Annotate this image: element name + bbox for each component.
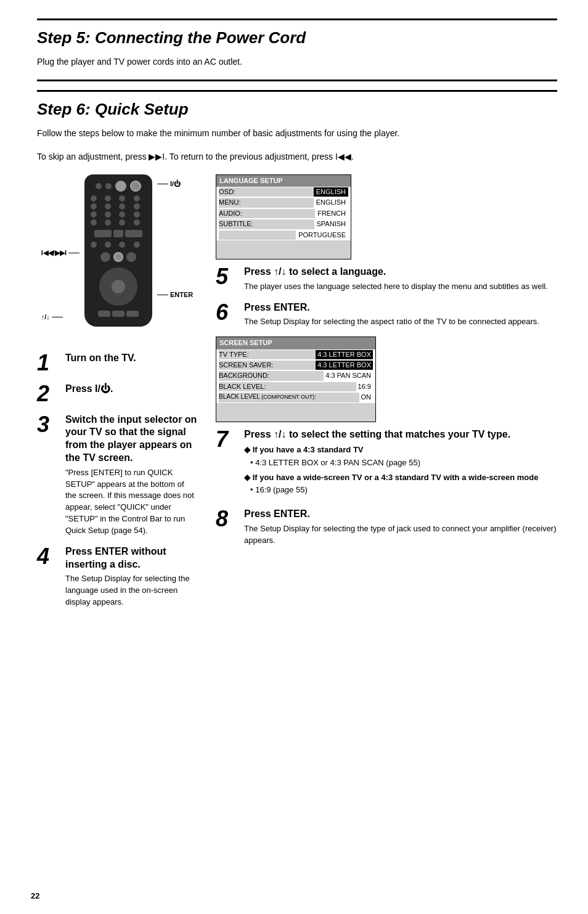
step7-content: Press ↑/↓ to select the setting that mat… <box>244 428 557 500</box>
screen-row-tvtype: TV TYPE: 4:3 LETTER BOX <box>216 349 375 360</box>
screen-row-blacklevel: BLACK LEVEL: 16:9 <box>216 382 375 392</box>
lang-row-portuguese: PORTUGUESE <box>216 230 351 240</box>
lang-table-header: LANGUAGE SETUP <box>216 175 351 187</box>
step6-title: Step 6: Quick Setup <box>37 90 557 120</box>
step6-desc1: Follow the steps below to make the minim… <box>37 128 557 140</box>
remote-btn-2 <box>105 183 112 189</box>
remote-right-labels: I/⏻ ENTER <box>157 174 193 341</box>
step6-section: Step 6: Quick Setup Follow the steps bel… <box>37 90 557 163</box>
step7-bullet2: If you have a wide-screen TV or a 4:3 st… <box>244 472 557 496</box>
remote-bottom-row <box>98 311 139 317</box>
osd-label: OSD: <box>219 187 314 197</box>
remote-left-labels: I◀◀/▶▶I ↑/↓ <box>41 174 80 341</box>
screen-setup-table: SCREEN SETUP TV TYPE: 4:3 LETTER BOX SCR… <box>216 337 376 422</box>
step3-num: 3 <box>37 414 59 537</box>
page-number: 22 <box>31 891 39 902</box>
nav-label: ↑/↓ <box>41 312 80 322</box>
bullet1-header: If you have a 4:3 standard TV <box>244 444 557 455</box>
rm3 <box>126 252 136 262</box>
remote-grid-row2 <box>91 242 146 248</box>
skip-label: I◀◀/▶▶I <box>41 248 80 258</box>
screen-row-screensaver: SCREEN SAVER: 4:3 LETTER BOX <box>216 360 375 370</box>
step6-title-text: Press ENTER. <box>244 301 557 314</box>
step5-desc: Plug the player and TV power cords into … <box>37 56 557 68</box>
step4-content: Press ENTER without inserting a disc. Th… <box>65 545 197 608</box>
enter-connector <box>157 295 168 295</box>
rb20 <box>134 242 140 248</box>
step5-num: 5 <box>216 266 238 293</box>
left-column: I◀◀/▶▶I ↑/↓ <box>37 174 197 617</box>
lang-row-audio: AUDIO: FRENCH <box>216 208 351 219</box>
screen-row-blacklevel-comp: BLACK LEVEL (COMPONENT OUT): ON <box>216 392 375 402</box>
right-column: LANGUAGE SETUP OSD: ENGLISH MENU: ENGLIS… <box>216 174 557 617</box>
step4-num: 4 <box>37 545 59 608</box>
screen-row-bg: BACKGROUND: 4:3 PAN SCAN <box>216 370 375 381</box>
lang-row-empty1 <box>216 240 351 247</box>
step7-title-text: Press ↑/↓ to select the setting that mat… <box>244 428 557 441</box>
main-content-area: I◀◀/▶▶I ↑/↓ <box>37 174 557 617</box>
step5-title-text: Press ↑/↓ to select a language. <box>244 266 557 279</box>
step-4: 4 Press ENTER without inserting a disc. … <box>37 545 197 608</box>
rb15 <box>119 219 125 226</box>
step2-content: Press I/⏻. <box>65 383 197 405</box>
power-label: I/⏻ <box>157 179 193 189</box>
step5-title: Step 5: Connecting the Power Cord <box>37 18 557 49</box>
lang-row-menu: MENU: ENGLISH <box>216 197 351 208</box>
screensaver-value: 4:3 LETTER BOX <box>316 361 373 370</box>
blacklevel-value: 16:9 <box>356 382 373 391</box>
audio-label: AUDIO: <box>219 209 315 218</box>
subtitle-value: SPANISH <box>314 219 348 229</box>
step3-title: Switch the input selector on your TV so … <box>65 414 197 465</box>
remote-skip-right <box>125 230 142 237</box>
rb14 <box>105 219 111 226</box>
rb12 <box>134 211 140 218</box>
step2-title: Press I/⏻. <box>65 383 197 396</box>
screen-row-empty1 <box>216 403 375 409</box>
step6-body: The Setup Display for selecting the aspe… <box>244 316 557 328</box>
skip-connector <box>68 253 80 253</box>
screen-table-body: TV TYPE: 4:3 LETTER BOX SCREEN SAVER: 4:… <box>216 349 375 422</box>
lang-row-osd: OSD: ENGLISH <box>216 187 351 197</box>
rb8 <box>134 203 140 210</box>
rb-bot2 <box>112 311 125 317</box>
steps-1-4: 1 Turn on the TV. 2 Press I/⏻. 3 Switch … <box>37 352 197 608</box>
remote-btn-1 <box>96 183 102 189</box>
menu-label: MENU: <box>219 198 314 207</box>
rb16 <box>134 219 140 226</box>
step5-body: The player uses the language selected he… <box>244 281 557 293</box>
bg-value: 4:3 PAN SCAN <box>324 371 373 380</box>
tvtype-label: TV TYPE: <box>219 350 316 359</box>
step1-content: Turn on the TV. <box>65 352 197 374</box>
step1-num: 1 <box>37 352 59 374</box>
step8-content: Press ENTER. The Setup Display for selec… <box>244 508 557 546</box>
lang-row-empty2 <box>216 247 351 253</box>
step6-content: Press ENTER. The Setup Display for selec… <box>244 301 557 328</box>
step5-section: Step 5: Connecting the Power Cord Plug t… <box>37 18 557 68</box>
audio-value: FRENCH <box>315 209 348 218</box>
lang-row-subtitle: SUBTITLE: SPANISH <box>216 219 351 229</box>
screen-row-empty2 <box>216 409 375 415</box>
language-setup-table: LANGUAGE SETUP OSD: ENGLISH MENU: ENGLIS… <box>216 174 351 259</box>
step4-title: Press ENTER without inserting a disc. <box>65 545 197 571</box>
menu-value: ENGLISH <box>314 198 348 207</box>
blacklevel-label: BLACK LEVEL: <box>219 382 356 391</box>
remote-mid-row <box>100 252 136 262</box>
step-8: 8 Press ENTER. The Setup Display for sel… <box>216 508 557 546</box>
rm2 <box>113 252 123 262</box>
step3-content: Switch the input selector on your TV so … <box>65 414 197 537</box>
step-3: 3 Switch the input selector on your TV s… <box>37 414 197 537</box>
remote-grid-4x4 <box>91 195 146 226</box>
tvtype-value: 4:3 LETTER BOX <box>316 350 373 359</box>
portuguese-value: PORTUGUESE <box>296 231 348 240</box>
rm1 <box>100 252 110 262</box>
bullet2-header: If you have a wide-screen TV or a 4:3 st… <box>244 472 557 483</box>
nav-connector <box>52 317 63 317</box>
remote-power-btn <box>130 181 141 192</box>
rb10 <box>105 211 111 218</box>
screensaver-label: SCREEN SAVER: <box>219 361 316 370</box>
power-connector <box>157 184 168 184</box>
step6-desc2: To skip an adjustment, press ▶▶I. To ret… <box>37 151 557 163</box>
remote-skip-left <box>94 230 112 237</box>
rb11 <box>119 211 125 218</box>
enter-label: ENTER <box>157 290 193 300</box>
